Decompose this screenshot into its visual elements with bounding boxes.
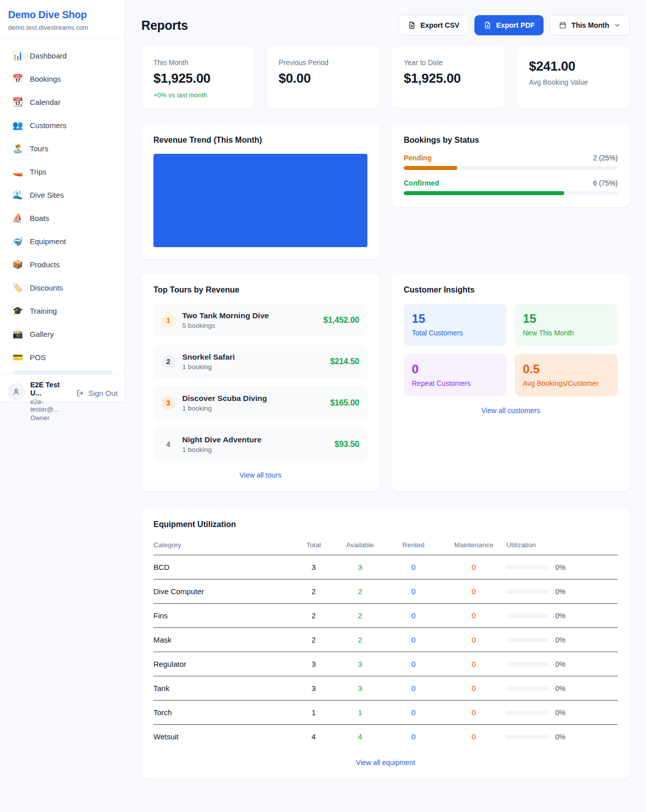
tile-label: Avg Bookings/Customer [523, 379, 610, 387]
sidebar-item-bookings[interactable]: 📅 Bookings [6, 69, 119, 88]
utilization-cell: 0% [506, 733, 618, 741]
cell-total: 3 [293, 676, 335, 701]
stat-label: This Month [153, 59, 242, 67]
credit-card-icon: 💳 [12, 352, 23, 362]
sidebar-item-label: Bookings [30, 75, 61, 83]
rank-badge: 1 [162, 314, 175, 327]
table-header-row: Category Total Available Rented Maintena… [153, 537, 618, 555]
utilization-cell: 0% [506, 684, 618, 692]
cell-maintenance: 0 [441, 725, 506, 749]
utilization-bar-track [506, 590, 549, 594]
view-all-tours-link[interactable]: View all tours [153, 471, 367, 479]
calendar-icon [559, 21, 567, 29]
table-row: Mask 2 2 0 0 0% [153, 628, 618, 652]
stat-value: $1,925.00 [404, 71, 493, 86]
sidebar-item-tours[interactable]: 🏝️ Tours [6, 139, 119, 158]
status-bar-fill [404, 166, 457, 170]
utilization-bar-track [506, 565, 549, 569]
cell-available: 3 [335, 555, 386, 579]
col-maintenance: Maintenance [441, 537, 506, 555]
shop-domain: demo.test.divestreams.com [8, 24, 117, 31]
utilization-bar-track [506, 638, 549, 642]
sidebar-item-reports-partial[interactable] [12, 371, 113, 374]
sidebar-item-boats[interactable]: ⛵ Boats [6, 208, 119, 227]
cell-rented: 0 [386, 604, 441, 628]
cell-category: Mask [153, 628, 293, 652]
tile-avg-bookings-customer: 0.5 Avg Bookings/Customer [515, 354, 618, 396]
utilization-cell: 0% [506, 588, 618, 596]
rank-badge: 3 [162, 396, 175, 410]
cell-rented: 0 [386, 701, 441, 725]
calendar-icon: 📆 [12, 97, 23, 107]
tour-name: Snorkel Safari [182, 353, 323, 362]
cell-available: 1 [335, 701, 386, 725]
bookings-by-status-card: Bookings by Status Pending 2 (25%) Confi… [392, 124, 630, 207]
period-dropdown[interactable]: This Month [550, 15, 630, 35]
sidebar-header: Demo Dive Shop demo.test.divestreams.com [0, 0, 125, 39]
cell-rented: 0 [386, 579, 441, 604]
sidebar-item-equipment[interactable]: 🤿 Equipment [6, 231, 119, 251]
page-header: Reports Export CSV Export PDF This Month [141, 15, 630, 35]
sidebar-item-label: Dashboard [30, 51, 67, 60]
utilization-bar-track [506, 614, 549, 618]
tile-label: Repeat Customers [412, 379, 499, 387]
tile-value: 0 [412, 362, 499, 376]
cell-available: 2 [335, 579, 386, 604]
chevron-down-icon [614, 22, 621, 29]
view-all-equipment-link[interactable]: View all equipment [153, 759, 618, 767]
tours-list: 1 Two Tank Morning Dive 5 bookings $1,45… [153, 304, 367, 461]
sidebar-item-label: Equipment [30, 237, 66, 246]
tile-new-this-month: 15 New This Month [515, 304, 618, 346]
tour-name: Night Dive Adventure [182, 435, 328, 444]
utilization-cell: 0% [506, 636, 618, 644]
cell-available: 4 [335, 725, 386, 749]
cell-total: 3 [293, 652, 335, 676]
tour-revenue: $1,452.00 [324, 316, 359, 325]
status-row-pending: Pending 2 (25%) [404, 154, 618, 170]
sidebar-item-gallery[interactable]: 📸 Gallery [6, 324, 119, 343]
insights-grid: 15 Total Customers 15 New This Month 0 R… [404, 304, 618, 396]
sidebar-item-label: Tours [30, 144, 48, 153]
status-bar-track [404, 191, 618, 195]
stat-delta: +0% vs last month [153, 91, 242, 99]
cell-total: 2 [293, 628, 335, 652]
status-count: 2 (25%) [593, 154, 618, 162]
cell-rented: 0 [386, 652, 441, 676]
sidebar-item-customers[interactable]: 👥 Customers [6, 115, 119, 135]
sidebar-item-products[interactable]: 📦 Products [6, 255, 119, 274]
view-all-customers-link[interactable]: View all customers [404, 407, 618, 415]
customer-insights-card: Customer Insights 15 Total Customers 15 … [392, 273, 630, 491]
sign-out-button[interactable]: Sign Out [76, 389, 118, 397]
sidebar-item-training[interactable]: 🎓 Training [6, 301, 119, 320]
cell-total: 4 [293, 725, 335, 749]
bookings-calendar-icon: 📅 [12, 74, 23, 84]
col-rented: Rented [386, 537, 441, 555]
sidebar-item-pos[interactable]: 💳 POS [6, 347, 119, 367]
export-csv-button[interactable]: Export CSV [399, 15, 468, 35]
stats-row: This Month $1,925.00 +0% vs last month P… [141, 46, 630, 108]
sidebar-user-section: E2E Test U... e2e-tester@... Owner Sign … [0, 374, 125, 430]
export-pdf-button[interactable]: Export PDF [474, 15, 544, 35]
tile-value: 0.5 [523, 362, 610, 376]
utilization-pct: 0% [555, 733, 565, 741]
cell-rented: 0 [386, 555, 441, 579]
sidebar-item-label: Calendar [30, 98, 61, 106]
tour-row: 3 Discover Scuba Diving 1 booking $165.0… [153, 386, 367, 420]
col-utilization: Utilization [506, 537, 618, 555]
sidebar-item-trips[interactable]: 🚤 Trips [6, 162, 119, 181]
cell-maintenance: 0 [441, 701, 506, 725]
cell-maintenance: 0 [441, 555, 506, 579]
utilization-pct: 0% [555, 709, 565, 717]
sidebar-item-label: Discounts [30, 283, 63, 292]
sidebar-item-dive-sites[interactable]: 🌊 Dive Sites [6, 185, 119, 204]
export-pdf-label: Export PDF [496, 21, 534, 29]
sidebar-item-discounts[interactable]: 🏷️ Discounts [6, 278, 119, 297]
tile-value: 15 [523, 312, 610, 326]
tour-revenue: $214.50 [330, 357, 359, 366]
table-row: BCD 3 3 0 0 0% [153, 555, 618, 579]
sidebar-item-calendar[interactable]: 📆 Calendar [6, 92, 119, 111]
sidebar-item-dashboard[interactable]: 📊 Dashboard [6, 46, 119, 65]
status-label: Confirmed [404, 179, 439, 187]
revenue-trend-title: Revenue Trend (This Month) [153, 136, 367, 145]
camera-icon: 📸 [12, 329, 23, 339]
